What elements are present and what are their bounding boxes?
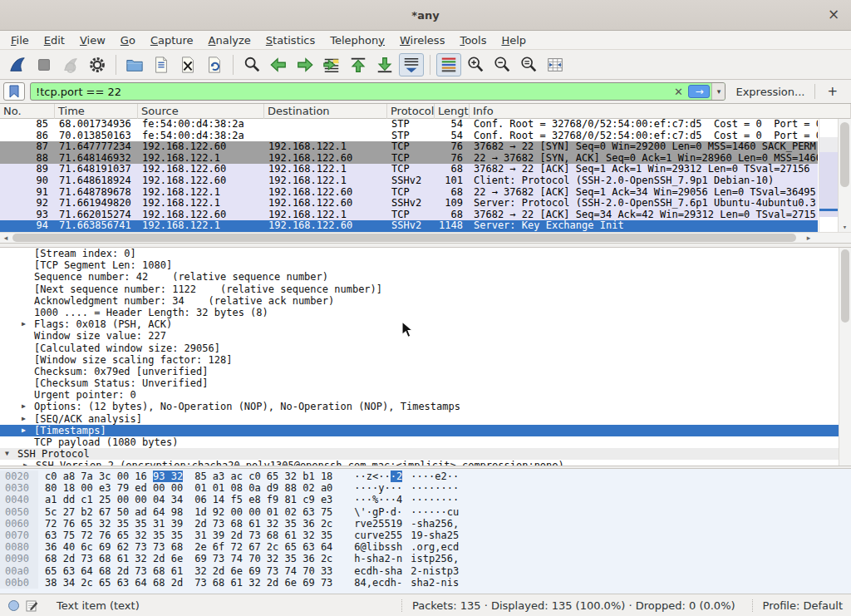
reload-capture-file-button[interactable] [202, 53, 227, 76]
menu-file[interactable]: File [3, 32, 37, 48]
expert-info-icon[interactable] [8, 600, 19, 611]
detail-line[interactable]: 1000 .... = Header Length: 32 bytes (8) [0, 307, 851, 318]
hscrollbar-track[interactable] [12, 233, 803, 244]
tree-collapsed-icon[interactable]: ▶ [23, 460, 36, 466]
close-capture-file-button[interactable] [175, 53, 200, 76]
detail-line[interactable]: [Checksum Status: Unverified] [0, 377, 851, 389]
packet-row[interactable]: 9271.661949820192.168.122.1192.168.122.6… [0, 198, 818, 209]
menu-tools[interactable]: Tools [452, 32, 494, 48]
menu-statistics[interactable]: Statistics [258, 32, 322, 48]
scroll-right-icon[interactable]: ▸ [803, 233, 814, 243]
detail-line[interactable]: ▶[Timestamps] [0, 425, 851, 436]
packet-row[interactable]: 8771.647777234192.168.122.60192.168.122.… [0, 141, 818, 153]
go-last-packet-button[interactable] [372, 53, 397, 76]
column-header-no[interactable]: No. [0, 104, 55, 119]
capture-comment-icon[interactable] [26, 599, 38, 612]
detail-line[interactable]: Acknowledgment number: 34 (relative ack … [0, 295, 851, 307]
packet-list-minimap[interactable] [819, 119, 838, 232]
detail-line[interactable]: ▶SSH Version 2 (encryption:chacha20_poly… [0, 460, 851, 466]
hex-row[interactable]: 003080 18 00 e3 79 ed 00 0001 01 08 0a d… [0, 482, 851, 494]
packet-row[interactable]: 9471.663856741192.168.122.1192.168.122.6… [0, 220, 818, 232]
column-header-length[interactable]: Length [435, 104, 470, 119]
scroll-left-icon[interactable]: ◂ [0, 233, 12, 243]
details-scrollbar[interactable] [839, 248, 851, 466]
hex-row[interactable]: 00b038 34 2c 65 63 64 68 2d73 68 61 32 2… [0, 577, 851, 589]
packet-row[interactable]: 9371.662015274192.168.122.60192.168.122.… [0, 209, 818, 221]
capture-options-button[interactable] [85, 53, 110, 76]
filter-apply-icon[interactable]: → [688, 85, 710, 98]
detail-line[interactable]: [Calculated window size: 29056] [0, 342, 851, 354]
menu-analyze[interactable]: Analyze [201, 32, 258, 48]
detail-line[interactable]: ▶Options: (12 bytes), No-Operation (NOP)… [0, 401, 851, 412]
hscrollbar-thumb[interactable] [12, 234, 796, 242]
menu-help[interactable]: Help [494, 32, 534, 48]
start-capture-button[interactable] [5, 53, 30, 76]
zoom-in-button[interactable] [463, 53, 488, 76]
colorize-toggle-button[interactable] [436, 53, 461, 76]
close-window-button[interactable]: × [824, 6, 843, 24]
scroll-down-icon[interactable]: ▾ [839, 223, 851, 231]
packet-list-hscrollbar[interactable]: ◂ ▸ [0, 232, 851, 243]
detail-line[interactable]: TCP payload (1080 bytes) [0, 436, 851, 448]
hex-row[interactable]: 006072 76 65 32 35 35 31 392d 73 68 61 3… [0, 518, 851, 530]
tree-collapsed-icon[interactable]: ▶ [22, 425, 34, 436]
detail-line[interactable]: ▶[SEQ/ACK analysis] [0, 413, 851, 425]
go-to-packet-button[interactable] [319, 53, 344, 76]
zoom-out-button[interactable] [489, 53, 514, 76]
hex-row[interactable]: 008036 40 6c 69 62 73 73 682e 6f 72 67 2… [0, 541, 851, 553]
detail-line[interactable]: [Next sequence number: 1122 (relative se… [0, 283, 851, 295]
menu-edit[interactable]: Edit [37, 32, 72, 48]
open-capture-file-button[interactable] [122, 53, 147, 76]
menu-telephony[interactable]: Telephony [322, 32, 392, 48]
go-forward-button[interactable] [293, 53, 317, 76]
zoom-100-button[interactable] [516, 53, 541, 76]
hex-row[interactable]: 0020c0 a8 7a 3c 00 16 93 3285 a3 ac c0 6… [0, 471, 851, 482]
detail-line[interactable]: [Stream index: 0] [0, 248, 851, 259]
tree-expanded-icon[interactable]: ▼ [5, 448, 17, 460]
filter-clear-icon[interactable]: ✕ [670, 86, 686, 98]
packet-row[interactable]: 8971.648191037192.168.122.60192.168.122.… [0, 164, 818, 175]
filter-add-button[interactable]: + [820, 84, 844, 99]
detail-line[interactable]: ▶Flags: 0x018 (PSH, ACK) [0, 318, 851, 330]
resize-columns-button[interactable] [543, 53, 568, 76]
detail-line[interactable]: [TCP Segment Len: 1080] [0, 259, 851, 271]
hex-row[interactable]: 007063 75 72 76 65 32 35 3531 39 2d 73 6… [0, 530, 851, 541]
packet-list-scrollbar[interactable]: ▾ [838, 119, 851, 232]
find-packet-button[interactable] [239, 53, 264, 76]
menu-view[interactable]: View [72, 32, 113, 48]
detail-line[interactable]: [Window size scaling factor: 128] [0, 354, 851, 366]
menu-capture[interactable]: Capture [143, 32, 201, 48]
column-header-destination[interactable]: Destination [264, 104, 387, 119]
go-first-packet-button[interactable] [346, 53, 371, 76]
hex-row[interactable]: 009068 2d 73 68 61 32 2d 6e69 73 74 70 3… [0, 553, 851, 564]
detail-line[interactable]: Window size value: 227 [0, 330, 851, 342]
hex-row[interactable]: 0040a1 dd c1 25 00 00 04 3406 14 f5 e8 f… [0, 494, 851, 505]
detail-line[interactable]: Sequence number: 42 (relative sequence n… [0, 271, 851, 283]
menu-go[interactable]: Go [113, 32, 143, 48]
column-header-source[interactable]: Source [138, 104, 264, 119]
detail-line[interactable]: Checksum: 0x79ed [unverified] [0, 366, 851, 377]
packet-row[interactable]: 8568.001734936fe:54:00:d4:38:2aSTP54Conf… [0, 119, 818, 131]
tree-collapsed-icon[interactable]: ▶ [22, 401, 34, 412]
hex-row[interactable]: 00a065 63 64 68 2d 73 68 6132 2d 6e 69 7… [0, 565, 851, 577]
filter-history-dropdown-icon[interactable]: ▾ [711, 82, 725, 101]
column-header-protocol[interactable]: Protocol [387, 104, 435, 119]
menu-wireless[interactable]: Wireless [392, 32, 452, 48]
detail-line[interactable]: Urgent pointer: 0 [0, 389, 851, 401]
tree-collapsed-icon[interactable]: ▶ [22, 413, 34, 425]
packet-row[interactable]: 9071.648618924192.168.122.60192.168.122.… [0, 175, 818, 187]
packet-list-scrollbar-thumb[interactable] [840, 122, 849, 187]
packet-row[interactable]: 8670.013850163fe:54:00:d4:38:2aSTP54Conf… [0, 131, 818, 142]
detail-line[interactable]: ▼SSH Protocol [0, 448, 851, 460]
hex-row[interactable]: 00505c 27 b2 67 50 ad 64 981d 92 00 00 0… [0, 506, 851, 518]
save-capture-file-button[interactable] [149, 53, 174, 76]
titlebar[interactable]: *any × [0, 0, 851, 31]
packet-row[interactable]: 9171.648789678192.168.122.1192.168.122.6… [0, 187, 818, 199]
filter-expression-button[interactable]: Expression... [730, 86, 809, 98]
auto-scroll-toggle-button[interactable] [399, 53, 424, 76]
filter-bookmark-button[interactable] [3, 82, 25, 101]
go-back-button[interactable] [266, 53, 291, 76]
status-profile[interactable]: Profile: Default [752, 599, 843, 612]
details-scrollbar-thumb[interactable] [841, 249, 849, 323]
filter-input[interactable]: !tcp.port == 22 ✕ → ▾ [30, 82, 726, 101]
